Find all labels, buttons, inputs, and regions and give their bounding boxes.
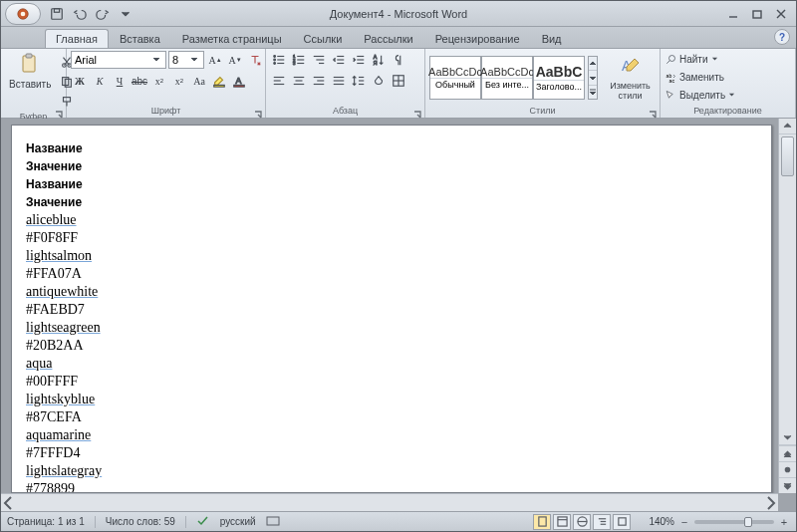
clipboard-launcher[interactable] bbox=[54, 106, 64, 116]
group-editing: Найти abac Заменить Выделить Редактирова… bbox=[661, 49, 796, 118]
tab-главная[interactable]: Главная bbox=[45, 29, 109, 48]
decrease-indent-button[interactable] bbox=[330, 51, 348, 69]
document-page[interactable]: НазваниеЗначениеНазваниеЗначениеaliceblu… bbox=[11, 125, 772, 493]
subscript-button[interactable]: x2 bbox=[150, 72, 168, 90]
shrink-font-icon[interactable]: A▼ bbox=[226, 51, 244, 69]
tab-вид[interactable]: Вид bbox=[531, 29, 573, 48]
change-case-button[interactable]: Aa bbox=[190, 72, 208, 90]
sort-button[interactable]: AЯ bbox=[370, 51, 388, 69]
scroll-thumb[interactable] bbox=[781, 136, 794, 176]
svg-rect-15 bbox=[214, 85, 225, 87]
redo-icon[interactable] bbox=[93, 4, 113, 24]
ribbon: Вставить Буфер обмена Arial bbox=[1, 49, 796, 119]
svg-text:A: A bbox=[374, 54, 378, 60]
multilevel-list-button[interactable] bbox=[310, 51, 328, 69]
tab-вставка[interactable]: Вставка bbox=[109, 29, 171, 48]
strikethrough-button[interactable]: abc bbox=[131, 72, 148, 90]
scroll-track[interactable] bbox=[779, 134, 796, 429]
highlight-color-button[interactable] bbox=[210, 72, 228, 90]
font-name-combo[interactable]: Arial bbox=[71, 51, 166, 69]
view-web-layout[interactable] bbox=[573, 514, 591, 530]
svg-rect-75 bbox=[619, 518, 626, 525]
styles-expand[interactable] bbox=[589, 86, 597, 99]
status-page[interactable]: Страница: 1 из 1 bbox=[7, 516, 85, 527]
zoom-thumb[interactable] bbox=[744, 517, 752, 527]
view-draft[interactable] bbox=[613, 514, 631, 530]
svg-point-1 bbox=[21, 11, 26, 16]
view-buttons bbox=[533, 514, 631, 530]
scroll-up-icon[interactable] bbox=[779, 119, 796, 134]
superscript-button[interactable]: x2 bbox=[170, 72, 188, 90]
clear-formatting-icon[interactable] bbox=[246, 51, 264, 69]
minimize-button[interactable] bbox=[722, 6, 744, 22]
shading-button[interactable] bbox=[370, 72, 388, 90]
justify-button[interactable] bbox=[330, 72, 348, 90]
italic-button[interactable]: К bbox=[91, 72, 109, 90]
separator bbox=[185, 516, 186, 528]
bullets-button[interactable] bbox=[270, 51, 288, 69]
scroll-down-icon[interactable] bbox=[779, 429, 796, 445]
show-marks-button[interactable] bbox=[390, 51, 407, 69]
help-button[interactable]: ? bbox=[774, 29, 790, 45]
horizontal-scrollbar[interactable] bbox=[1, 493, 778, 511]
qat-dropdown-icon[interactable] bbox=[116, 4, 135, 24]
zoom-slider[interactable] bbox=[694, 520, 774, 524]
svg-rect-67 bbox=[539, 517, 546, 526]
scroll-left-icon[interactable] bbox=[1, 494, 17, 511]
zoom-in-button[interactable]: + bbox=[778, 516, 790, 528]
grow-font-icon[interactable]: A▲ bbox=[206, 51, 224, 69]
style-card-0[interactable]: AaBbCcDcОбычный bbox=[429, 56, 481, 100]
line-spacing-button[interactable] bbox=[350, 72, 368, 90]
zoom-value[interactable]: 140% bbox=[649, 516, 674, 527]
font-color-button[interactable]: A bbox=[230, 72, 248, 90]
view-print-layout[interactable] bbox=[533, 514, 551, 530]
zoom-controls: 140% − + bbox=[649, 516, 790, 528]
tab-рецензирование[interactable]: Рецензирование bbox=[424, 29, 531, 48]
replace-button[interactable]: abac Заменить bbox=[664, 69, 724, 86]
numbering-button[interactable]: 123 bbox=[290, 51, 308, 69]
bold-button[interactable]: Ж bbox=[71, 72, 89, 90]
tab-ссылки[interactable]: Ссылки bbox=[293, 29, 354, 48]
status-words[interactable]: Число слов: 59 bbox=[106, 516, 175, 527]
hscroll-track[interactable] bbox=[17, 494, 762, 511]
view-outline[interactable] bbox=[593, 514, 611, 530]
doc-line: aliceblue bbox=[26, 211, 757, 229]
paragraph-launcher[interactable] bbox=[412, 106, 422, 116]
next-page-icon[interactable] bbox=[779, 477, 796, 493]
browse-object-icon[interactable] bbox=[779, 461, 796, 477]
scroll-right-icon[interactable] bbox=[762, 494, 778, 511]
status-language[interactable]: русский bbox=[220, 516, 256, 527]
align-left-button[interactable] bbox=[270, 72, 288, 90]
paste-button[interactable]: Вставить bbox=[5, 51, 55, 92]
insert-mode-icon[interactable] bbox=[266, 515, 280, 529]
save-icon[interactable] bbox=[47, 4, 67, 24]
styles-scroll-down[interactable] bbox=[589, 71, 597, 85]
doc-line: #778899 bbox=[26, 480, 757, 493]
maximize-button[interactable] bbox=[746, 6, 768, 22]
vertical-scrollbar[interactable] bbox=[778, 119, 796, 493]
style-card-2[interactable]: AaBbCЗаголово... bbox=[533, 56, 585, 100]
proofing-icon[interactable] bbox=[196, 515, 210, 529]
tab-рассылки[interactable]: Рассылки bbox=[353, 29, 423, 48]
underline-button[interactable]: Ч bbox=[111, 72, 129, 90]
undo-icon[interactable] bbox=[70, 4, 90, 24]
align-center-button[interactable] bbox=[290, 72, 308, 90]
increase-indent-button[interactable] bbox=[350, 51, 368, 69]
borders-button[interactable] bbox=[390, 72, 407, 90]
view-full-screen[interactable] bbox=[553, 514, 571, 530]
office-button[interactable] bbox=[5, 3, 41, 25]
prev-page-icon[interactable] bbox=[779, 445, 796, 461]
styles-scroll[interactable] bbox=[588, 56, 598, 100]
find-button[interactable]: Найти bbox=[664, 51, 718, 68]
styles-launcher[interactable] bbox=[648, 106, 658, 116]
font-launcher[interactable] bbox=[253, 106, 263, 116]
zoom-out-button[interactable]: − bbox=[678, 516, 690, 528]
tab-разметка страницы[interactable]: Разметка страницы bbox=[171, 29, 293, 48]
styles-scroll-up[interactable] bbox=[589, 57, 597, 71]
align-right-button[interactable] bbox=[310, 72, 328, 90]
style-card-1[interactable]: AaBbCcDcБез инте... bbox=[481, 56, 533, 100]
select-button[interactable]: Выделить bbox=[664, 87, 735, 104]
change-styles-button[interactable]: A Изменить стили bbox=[605, 53, 656, 103]
font-size-combo[interactable]: 8 bbox=[168, 51, 204, 69]
close-button[interactable] bbox=[770, 6, 792, 22]
